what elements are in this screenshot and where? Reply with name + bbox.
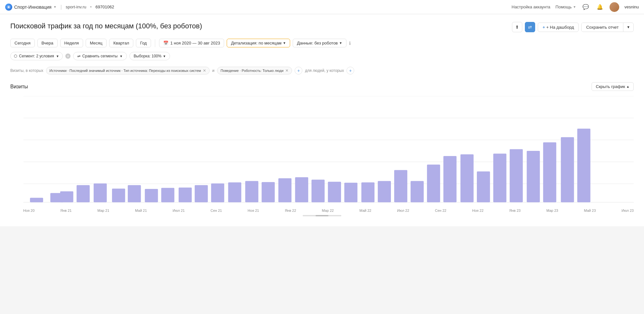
export-icon: ⬆ [515,25,519,30]
top-navigation: Спорт-Инновация ▼ | sport-inv.ru • 69701… [0,0,644,14]
save-report-main[interactable]: Сохранить отчет [582,23,623,32]
nav-separator: | [61,4,62,10]
page-title: Поисковой трафик за год по месяцам (100%… [10,22,202,30]
visits-in-which-label: Визиты, в которых [10,68,43,73]
condition-and-label: и [212,68,214,73]
svg-rect-18 [211,183,224,202]
main-content: Поисковой трафик за год по месяцам (100%… [0,14,644,226]
hide-chart-button[interactable]: Скрыть график ▲ [592,82,634,91]
help-chevron-icon: ▼ [573,5,576,9]
label-may21: Май 21 [135,209,147,212]
label-jan21: Янв 21 [60,209,71,212]
calendar-icon: 📅 [163,41,168,45]
filter-separator [155,39,155,47]
label-sep21: Сен 21 [211,209,222,212]
label-sep22: Сен 22 [435,209,446,212]
save-report-chevron[interactable]: ▼ [623,23,633,31]
svg-rect-27 [361,182,374,202]
svg-rect-15 [161,188,175,202]
bell-icon: 🔔 [597,4,603,10]
week-filter[interactable]: Неделя [60,39,83,47]
segment-tag[interactable]: ⬡ Сегмент: 2 условия ▼ [10,52,63,60]
chart-x-labels: Ноя 20 Янв 21 Мар 21 Май 21 Июл 21 Сен 2… [10,207,634,212]
condition-chip-1[interactable]: Источники · Последний значимый источник … [46,67,210,74]
compare-segments-button[interactable]: ⇌ Сравнить сегменты ▼ [73,52,127,60]
label-may23: Май 23 [584,209,596,212]
svg-rect-24 [311,180,325,202]
chip1-close-icon[interactable]: ✕ [203,68,206,73]
yesterday-filter[interactable]: Вчера [37,39,58,47]
svg-rect-26 [344,183,357,202]
export-button[interactable]: ⬆ [512,22,522,32]
add-people-condition-button[interactable]: + [346,67,354,74]
svg-rect-40 [577,129,591,202]
data-type-button[interactable]: Данные: без роботов ▼ [293,39,346,47]
quarter-filter[interactable]: Квартал [109,39,133,47]
avatar-image [610,2,619,12]
compare-button[interactable]: ⇄ [525,22,535,32]
save-report-button[interactable]: Сохранить отчет ▼ [581,23,634,32]
svg-rect-9 [60,191,73,202]
segment-close-button[interactable]: ✕ [65,54,71,59]
svg-rect-10 [77,185,90,202]
settings-link[interactable]: Настройка аккаунта [512,5,550,9]
condition-chip-2[interactable]: Поведение · Роботность: Только люди ✕ [217,67,292,74]
svg-rect-37 [527,151,540,202]
info-icon[interactable]: ℹ [349,41,351,46]
notification-icon-btn[interactable]: 🔔 [595,3,604,12]
add-dashboard-button[interactable]: + + На дашборд [538,23,579,32]
label-nov20: Ноя 20 [23,209,34,212]
svg-rect-19 [228,182,242,202]
label-mar22: Мар 22 [322,209,334,212]
svg-rect-34 [477,172,490,202]
today-filter[interactable]: Сегодня [10,39,35,47]
svg-rect-25 [328,182,341,202]
brand-chevron-icon: ▼ [53,5,57,9]
brand-icon [5,4,12,11]
chart-container: Ноя 20 Янв 21 Мар 21 Май 21 Июл 21 Сен 2… [10,96,634,219]
svg-rect-14 [145,189,158,202]
svg-rect-28 [378,181,391,202]
segment-icon: ⬡ [14,54,17,58]
svg-rect-22 [278,178,291,202]
chat-icon-btn[interactable]: 💬 [581,3,590,12]
condition-row: Визиты, в которых Источники · Последний … [10,67,634,74]
label-may22: Май 22 [359,209,371,212]
brand-name: Спорт-Инновация [14,5,52,10]
username[interactable]: vesninu [624,5,639,9]
segment-chevron-icon: ▼ [56,54,59,58]
chart-header: Визиты Скрыть график ▲ [10,82,634,91]
for-people-label: для людей, у которых [305,68,344,73]
svg-rect-13 [128,185,141,202]
add-condition-button[interactable]: + [295,67,302,74]
svg-rect-7 [30,198,43,202]
chip2-close-icon[interactable]: ✕ [285,68,289,73]
svg-rect-33 [460,154,474,202]
avatar[interactable] [610,2,619,12]
detail-button[interactable]: Детализация: по месяцам ▼ [227,39,290,47]
brand-logo[interactable]: Спорт-Инновация ▼ [5,4,57,11]
svg-rect-20 [245,181,259,202]
help-link[interactable]: Помощь ▼ [555,5,576,9]
scrollbar-thumb[interactable] [316,215,328,216]
label-mar23: Мар 23 [546,209,558,212]
compare-segments-icon: ⇌ [77,54,80,58]
date-filter-row: Сегодня Вчера Неделя Месяц Квартал Год 📅… [10,39,634,47]
year-filter[interactable]: Год [136,39,151,47]
label-jan23: Янв 23 [509,209,521,212]
chart-scrollbar[interactable] [303,215,341,216]
date-range-picker[interactable]: 📅 1 ноя 2020 — 30 авг 2023 [159,39,224,47]
svg-rect-11 [94,183,107,202]
title-row: Поисковой трафик за год по месяцам (100%… [10,22,634,32]
svg-rect-17 [195,185,208,202]
data-chevron-icon: ▼ [339,41,342,45]
chart-title: Визиты [10,84,28,90]
sample-chevron-icon: ▼ [163,54,166,58]
label-jul21: Июл 21 [173,209,185,212]
month-filter[interactable]: Месяц [86,39,107,47]
dot-separator: • [90,5,92,9]
svg-rect-31 [427,165,440,202]
label-nov22: Ноя 22 [472,209,483,212]
sample-button[interactable]: Выборка: 100% ▼ [129,52,170,60]
svg-rect-35 [493,154,507,202]
